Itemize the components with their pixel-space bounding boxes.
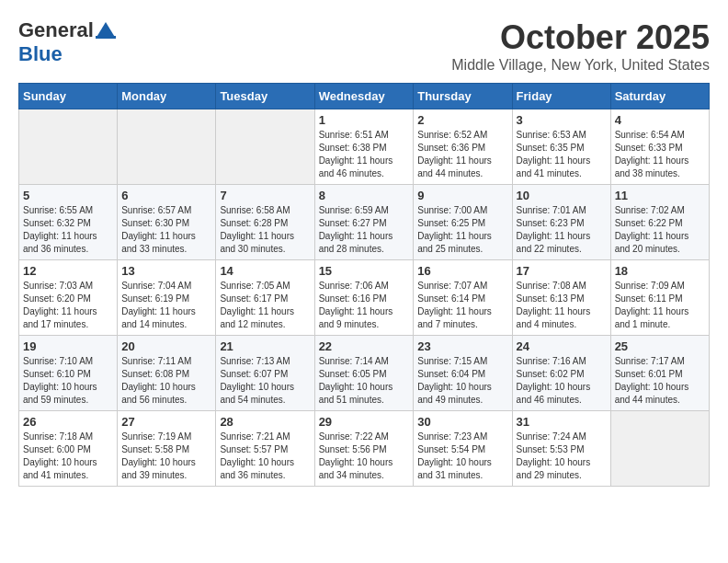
day-info: Sunrise: 7:22 AMSunset: 5:56 PMDaylight:…	[319, 431, 410, 482]
day-number: 23	[417, 339, 507, 353]
table-row	[610, 411, 709, 487]
table-row: 12Sunrise: 7:03 AMSunset: 6:20 PMDayligh…	[19, 260, 118, 336]
day-number: 9	[417, 189, 507, 202]
day-number: 7	[220, 189, 310, 202]
day-number: 12	[23, 264, 113, 278]
day-info: Sunrise: 7:14 AMSunset: 6:05 PMDaylight:…	[319, 355, 410, 407]
table-row: 30Sunrise: 7:23 AMSunset: 5:54 PMDayligh…	[414, 411, 512, 487]
table-row: 4Sunrise: 6:54 AMSunset: 6:33 PMDaylight…	[610, 109, 709, 185]
table-row: 14Sunrise: 7:05 AMSunset: 6:17 PMDayligh…	[216, 260, 314, 336]
table-row: 19Sunrise: 7:10 AMSunset: 6:10 PMDayligh…	[19, 336, 118, 411]
day-info: Sunrise: 7:18 AMSunset: 6:00 PMDaylight:…	[23, 431, 113, 482]
day-number: 10	[517, 189, 607, 202]
day-number: 17	[517, 264, 607, 278]
day-number: 2	[417, 113, 507, 127]
day-number: 14	[220, 264, 310, 278]
svg-rect-1	[96, 36, 116, 39]
day-info: Sunrise: 6:59 AMSunset: 6:27 PMDaylight:…	[319, 204, 410, 256]
day-number: 11	[615, 189, 705, 202]
day-info: Sunrise: 6:54 AMSunset: 6:33 PMDaylight:…	[615, 129, 705, 180]
day-number: 30	[417, 415, 507, 429]
day-number: 31	[517, 415, 607, 429]
day-info: Sunrise: 6:53 AMSunset: 6:35 PMDaylight:…	[517, 129, 607, 180]
table-row: 15Sunrise: 7:06 AMSunset: 6:16 PMDayligh…	[314, 260, 414, 336]
day-number: 3	[517, 113, 607, 127]
day-number: 26	[23, 415, 113, 429]
logo-icon	[96, 22, 116, 39]
day-info: Sunrise: 7:08 AMSunset: 6:13 PMDaylight:…	[517, 280, 607, 331]
table-row: 28Sunrise: 7:21 AMSunset: 5:57 PMDayligh…	[216, 411, 314, 487]
table-row: 7Sunrise: 6:58 AMSunset: 6:28 PMDaylight…	[216, 185, 314, 260]
calendar-week-row: 19Sunrise: 7:10 AMSunset: 6:10 PMDayligh…	[19, 336, 710, 411]
location: Middle Village, New York, United States	[451, 57, 710, 74]
day-info: Sunrise: 7:00 AMSunset: 6:25 PMDaylight:…	[417, 204, 507, 256]
table-row	[118, 109, 216, 185]
day-info: Sunrise: 7:03 AMSunset: 6:20 PMDaylight:…	[23, 280, 113, 331]
day-info: Sunrise: 7:09 AMSunset: 6:11 PMDaylight:…	[615, 280, 705, 331]
day-number: 1	[319, 113, 410, 127]
table-row: 29Sunrise: 7:22 AMSunset: 5:56 PMDayligh…	[314, 411, 414, 487]
table-row: 9Sunrise: 7:00 AMSunset: 6:25 PMDaylight…	[414, 185, 512, 260]
table-row: 3Sunrise: 6:53 AMSunset: 6:35 PMDaylight…	[512, 109, 610, 185]
day-info: Sunrise: 7:16 AMSunset: 6:02 PMDaylight:…	[517, 355, 607, 407]
header-wednesday: Wednesday	[314, 84, 414, 109]
day-number: 28	[220, 415, 310, 429]
day-info: Sunrise: 6:51 AMSunset: 6:38 PMDaylight:…	[319, 129, 410, 180]
table-row: 11Sunrise: 7:02 AMSunset: 6:22 PMDayligh…	[610, 185, 709, 260]
day-info: Sunrise: 6:57 AMSunset: 6:30 PMDaylight:…	[121, 204, 211, 256]
header-friday: Friday	[512, 84, 610, 109]
table-row: 20Sunrise: 7:11 AMSunset: 6:08 PMDayligh…	[118, 336, 216, 411]
day-number: 24	[517, 339, 607, 353]
table-row: 17Sunrise: 7:08 AMSunset: 6:13 PMDayligh…	[512, 260, 610, 336]
header-sunday: Sunday	[19, 84, 118, 109]
header-monday: Monday	[118, 84, 216, 109]
table-row: 13Sunrise: 7:04 AMSunset: 6:19 PMDayligh…	[118, 260, 216, 336]
day-info: Sunrise: 7:15 AMSunset: 6:04 PMDaylight:…	[417, 355, 507, 407]
header-tuesday: Tuesday	[216, 84, 314, 109]
table-row: 23Sunrise: 7:15 AMSunset: 6:04 PMDayligh…	[414, 336, 512, 411]
table-row: 18Sunrise: 7:09 AMSunset: 6:11 PMDayligh…	[610, 260, 709, 336]
day-info: Sunrise: 7:24 AMSunset: 5:53 PMDaylight:…	[517, 431, 607, 482]
day-info: Sunrise: 6:52 AMSunset: 6:36 PMDaylight:…	[417, 129, 507, 180]
day-number: 21	[220, 339, 310, 353]
table-row: 27Sunrise: 7:19 AMSunset: 5:58 PMDayligh…	[118, 411, 216, 487]
logo: General Blue	[18, 18, 118, 66]
day-number: 8	[319, 189, 410, 202]
day-info: Sunrise: 7:23 AMSunset: 5:54 PMDaylight:…	[417, 431, 507, 482]
title-section: October 2025 Middle Village, New York, U…	[451, 18, 710, 74]
day-number: 29	[319, 415, 410, 429]
day-info: Sunrise: 6:55 AMSunset: 6:32 PMDaylight:…	[23, 204, 113, 256]
calendar-week-row: 5Sunrise: 6:55 AMSunset: 6:32 PMDaylight…	[19, 185, 710, 260]
table-row: 16Sunrise: 7:07 AMSunset: 6:14 PMDayligh…	[414, 260, 512, 336]
day-info: Sunrise: 7:07 AMSunset: 6:14 PMDaylight:…	[417, 280, 507, 331]
month-title: October 2025	[451, 18, 710, 57]
header-saturday: Saturday	[610, 84, 709, 109]
table-row	[19, 109, 118, 185]
day-info: Sunrise: 7:06 AMSunset: 6:16 PMDaylight:…	[319, 280, 410, 331]
day-info: Sunrise: 6:58 AMSunset: 6:28 PMDaylight:…	[220, 204, 310, 256]
day-number: 20	[121, 339, 211, 353]
day-info: Sunrise: 7:04 AMSunset: 6:19 PMDaylight:…	[121, 280, 211, 331]
day-number: 13	[121, 264, 211, 278]
day-number: 18	[615, 264, 705, 278]
logo-general: General	[18, 18, 94, 42]
day-info: Sunrise: 7:13 AMSunset: 6:07 PMDaylight:…	[220, 355, 310, 407]
day-number: 19	[23, 339, 113, 353]
table-row: 21Sunrise: 7:13 AMSunset: 6:07 PMDayligh…	[216, 336, 314, 411]
day-number: 16	[417, 264, 507, 278]
header-thursday: Thursday	[414, 84, 512, 109]
calendar-table: Sunday Monday Tuesday Wednesday Thursday…	[18, 83, 710, 487]
day-info: Sunrise: 7:02 AMSunset: 6:22 PMDaylight:…	[615, 204, 705, 256]
table-row: 8Sunrise: 6:59 AMSunset: 6:27 PMDaylight…	[314, 185, 414, 260]
day-info: Sunrise: 7:11 AMSunset: 6:08 PMDaylight:…	[121, 355, 211, 407]
table-row: 1Sunrise: 6:51 AMSunset: 6:38 PMDaylight…	[314, 109, 414, 185]
table-row: 22Sunrise: 7:14 AMSunset: 6:05 PMDayligh…	[314, 336, 414, 411]
calendar-week-row: 26Sunrise: 7:18 AMSunset: 6:00 PMDayligh…	[19, 411, 710, 487]
day-info: Sunrise: 7:17 AMSunset: 6:01 PMDaylight:…	[615, 355, 705, 407]
day-number: 25	[615, 339, 705, 353]
day-info: Sunrise: 7:01 AMSunset: 6:23 PMDaylight:…	[517, 204, 607, 256]
weekday-header-row: Sunday Monday Tuesday Wednesday Thursday…	[19, 84, 710, 109]
table-row: 6Sunrise: 6:57 AMSunset: 6:30 PMDaylight…	[118, 185, 216, 260]
page-header: General Blue October 2025 Middle Village…	[18, 18, 710, 74]
table-row: 25Sunrise: 7:17 AMSunset: 6:01 PMDayligh…	[610, 336, 709, 411]
